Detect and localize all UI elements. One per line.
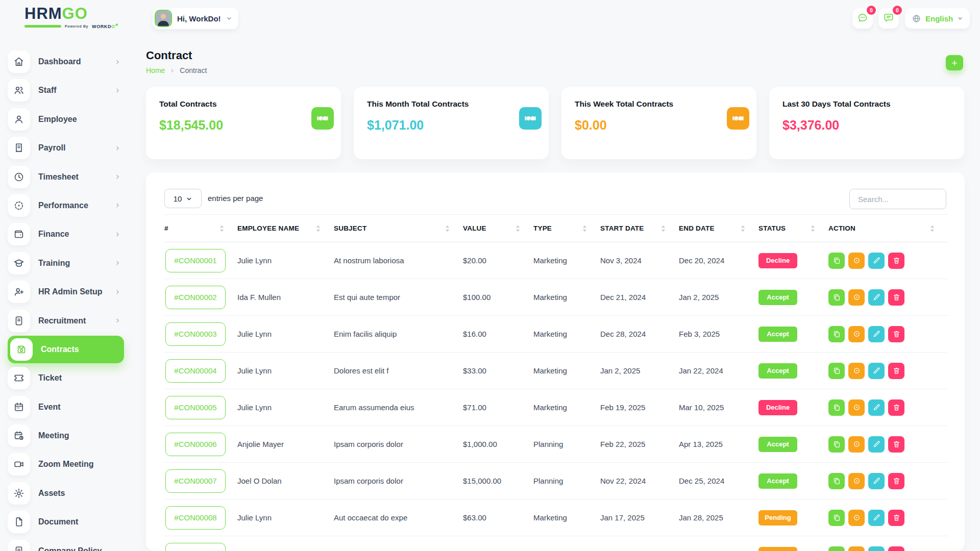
column-header-type[interactable]: TYPE xyxy=(533,215,600,242)
delete-button[interactable] xyxy=(888,289,904,306)
wallet-icon xyxy=(8,223,30,245)
value-cell: $15,000.00 xyxy=(463,463,533,499)
copy-icon xyxy=(832,330,841,338)
sidebar-item-dashboard[interactable]: Dashboard xyxy=(8,51,124,73)
sidebar-item-recruitment[interactable]: Recruitment xyxy=(8,310,124,332)
edit-button[interactable] xyxy=(868,473,885,489)
chevron-right-icon xyxy=(114,202,121,209)
view-button[interactable] xyxy=(848,326,865,342)
column-header-id[interactable]: # xyxy=(164,215,237,242)
view-button[interactable] xyxy=(848,363,865,379)
pencil-icon xyxy=(872,330,881,338)
status-badge: Accept xyxy=(758,363,797,379)
column-header-value[interactable]: VALUE xyxy=(463,215,533,242)
delete-button[interactable] xyxy=(888,399,904,416)
view-button[interactable] xyxy=(848,546,865,551)
view-button[interactable] xyxy=(848,399,865,416)
sidebar-item-payroll[interactable]: Payroll xyxy=(8,137,124,159)
language-label: English xyxy=(925,14,953,23)
view-button[interactable] xyxy=(848,289,865,306)
employee-name-cell: Julie Lynn xyxy=(237,242,334,279)
delete-button[interactable] xyxy=(888,546,904,551)
view-button[interactable] xyxy=(848,436,865,453)
duplicate-button[interactable] xyxy=(828,546,845,551)
edit-button[interactable] xyxy=(868,436,885,453)
end-date-cell: Dec 25, 2024 xyxy=(679,463,758,499)
column-header-subject[interactable]: SUBJECT xyxy=(334,215,463,242)
messenger-button[interactable]: 0 xyxy=(852,8,873,29)
column-header-status[interactable]: STATUS xyxy=(758,215,828,242)
app-logo[interactable]: HRMGO Powered By WORKDO✱ xyxy=(24,5,118,29)
edit-button[interactable] xyxy=(868,510,885,526)
sidebar-item-meeting[interactable]: Meeting xyxy=(8,424,124,447)
scroll-icon xyxy=(8,540,30,551)
sidebar-item-training[interactable]: Training xyxy=(8,252,124,274)
user-icon xyxy=(8,108,30,131)
start-date-cell: Jan 2, 2025 xyxy=(600,353,679,389)
type-cell: Planning xyxy=(533,463,600,499)
edit-button[interactable] xyxy=(868,326,885,342)
search-input[interactable] xyxy=(849,189,946,209)
column-header-action[interactable]: ACTION xyxy=(828,215,948,242)
sidebar-item-employee[interactable]: Employee xyxy=(8,108,124,131)
duplicate-button[interactable] xyxy=(828,363,845,379)
view-button[interactable] xyxy=(848,473,865,489)
delete-button[interactable] xyxy=(888,436,904,453)
value-cell: $71.00 xyxy=(463,389,533,426)
entries-per-page-select[interactable]: 10 xyxy=(164,189,202,208)
edit-button[interactable] xyxy=(868,253,885,269)
greeting-text: Hi, WorkDo! xyxy=(177,14,221,23)
edit-button[interactable] xyxy=(868,546,885,551)
delete-button[interactable] xyxy=(888,473,904,489)
duplicate-button[interactable] xyxy=(828,510,845,526)
sidebar-item-contracts[interactable]: Contracts xyxy=(8,336,124,363)
sidebar-item-assets[interactable]: Assets xyxy=(8,482,124,505)
delete-button[interactable] xyxy=(888,253,904,269)
breadcrumb-home-link[interactable]: Home xyxy=(146,66,165,74)
duplicate-button[interactable] xyxy=(828,289,845,306)
sidebar-item-label: Zoom Meeting xyxy=(38,460,93,469)
delete-button[interactable] xyxy=(888,510,904,526)
sidebar-item-performance[interactable]: Performance xyxy=(8,194,124,217)
duplicate-button[interactable] xyxy=(828,399,845,416)
sidebar-item-ticket[interactable]: Ticket xyxy=(8,367,124,389)
view-button[interactable] xyxy=(848,253,865,269)
edit-button[interactable] xyxy=(868,399,885,416)
page-title: Contract xyxy=(146,49,192,62)
duplicate-button[interactable] xyxy=(828,436,845,453)
column-header-start-date[interactable]: START DATE xyxy=(600,215,679,242)
sort-icon xyxy=(930,225,935,232)
edit-button[interactable] xyxy=(868,363,885,379)
column-header-employee-name[interactable]: EMPLOYEE NAME xyxy=(237,215,334,242)
copy-icon xyxy=(832,256,841,265)
status-badge: Pending xyxy=(758,510,797,525)
type-cell: Marketing xyxy=(533,353,600,389)
sidebar-item-document[interactable]: Document xyxy=(8,511,124,533)
edit-button[interactable] xyxy=(868,289,885,306)
duplicate-button[interactable] xyxy=(828,326,845,342)
sidebar-item-zoom-meeting[interactable]: Zoom Meeting xyxy=(8,453,124,475)
sidebar-item-staff[interactable]: Staff xyxy=(8,79,124,102)
sidebar-item-hr-admin-setup[interactable]: HR Admin Setup xyxy=(8,281,124,303)
view-button[interactable] xyxy=(848,510,865,526)
contract-id-badge: #CON00006 xyxy=(165,433,226,456)
sidebar-item-event[interactable]: Event xyxy=(8,396,124,418)
subject-cell: Ipsam corporis dolor xyxy=(334,463,463,499)
notifications-button[interactable]: 0 xyxy=(878,8,899,29)
logo-tagline-brand: WORKDO✱ xyxy=(92,23,118,29)
delete-button[interactable] xyxy=(888,326,904,342)
language-dropdown[interactable]: English xyxy=(905,8,970,29)
row-actions xyxy=(828,253,948,269)
table-row: #CON00007Joel O DolanIpsam corporis dolo… xyxy=(164,463,948,499)
copy-icon xyxy=(832,293,841,302)
user-menu[interactable]: Hi, WorkDo! xyxy=(153,8,238,29)
delete-button[interactable] xyxy=(888,363,904,379)
duplicate-button[interactable] xyxy=(828,473,845,489)
trash-icon xyxy=(892,330,901,338)
create-contract-button[interactable]: + xyxy=(946,55,963,70)
sidebar-item-company-policy[interactable]: Company Policy xyxy=(8,540,124,551)
sidebar-item-finance[interactable]: Finance xyxy=(8,223,124,245)
column-header-end-date[interactable]: END DATE xyxy=(679,215,758,242)
duplicate-button[interactable] xyxy=(828,253,845,269)
sidebar-item-timesheet[interactable]: Timesheet xyxy=(8,166,124,188)
